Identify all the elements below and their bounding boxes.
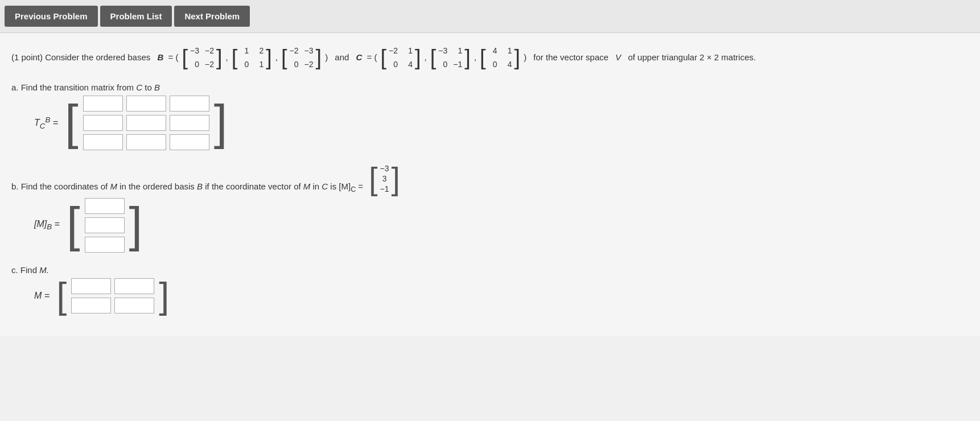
B-matrix-3-grid: −2 −3 0 −2 (287, 43, 316, 72)
tc-input-20[interactable] (83, 134, 123, 150)
m-input-11[interactable] (114, 298, 154, 313)
part-b-section: b. Find the coordinates of M in the orde… (11, 163, 969, 253)
B-matrix-2: [ 1 2 0 1 ] (232, 43, 272, 72)
bracket-left: [ (232, 47, 238, 68)
part-a-text: a. Find the transition matrix from C to … (11, 82, 160, 92)
space-desc: of upper triangular 2 × 2 matrices. (628, 51, 756, 64)
cell: −3 (304, 44, 314, 57)
given-val-0: −3 (380, 164, 389, 173)
mb-input-2[interactable] (85, 237, 125, 253)
part-b-matrix-row: [M]B = [ ] (34, 198, 969, 253)
problem-statement: (1 point) Consider the ordered bases B =… (11, 43, 969, 72)
B-label: B (157, 51, 163, 64)
cell: −3 (190, 44, 199, 57)
TBC-label: TCB = (34, 115, 58, 130)
B-matrix-3: [ −2 −3 0 −2 ] (281, 43, 322, 72)
intro-text: (1 point) Consider the ordered bases (11, 51, 150, 64)
cell: 1 (503, 44, 512, 57)
cell: −1 (453, 58, 462, 71)
transition-matrix-inputs (83, 96, 209, 150)
comma3: , (425, 51, 427, 64)
big-bracket-left-b: [ (67, 204, 80, 246)
tc-input-12[interactable] (170, 115, 209, 131)
given-bracket-left: [ (369, 165, 377, 192)
cell: 0 (438, 58, 447, 71)
and-text: and (335, 51, 349, 64)
tc-input-21[interactable] (126, 134, 166, 150)
equals-sign: = ( (166, 51, 178, 64)
bracket-left: [ (380, 47, 386, 68)
given-val-1: 3 (380, 174, 389, 183)
content-area: (1 point) Consider the ordered bases B =… (0, 33, 980, 336)
comma4: , (474, 51, 476, 64)
M-label: M = (34, 291, 50, 301)
MB-label: [M]B = (34, 219, 60, 231)
m-input-00[interactable] (71, 278, 111, 294)
cell: −3 (438, 44, 447, 57)
part-c-text: c. Find M. (11, 265, 49, 275)
tc-input-22[interactable] (170, 134, 209, 150)
B-matrix-1: [ −3 −2 0 −2 ] (182, 43, 222, 72)
MB-matrix-inputs (85, 198, 125, 253)
tc-input-02[interactable] (170, 96, 209, 112)
part-a-label: a. Find the transition matrix from C to … (11, 82, 969, 92)
part-c-label: c. Find M. (11, 265, 969, 275)
cell: 4 (503, 58, 512, 71)
cell: 0 (190, 58, 199, 71)
C-matrix-1-grid: −2 1 0 4 (386, 43, 415, 72)
part-c-section: c. Find M. M = [ ] (11, 265, 969, 313)
big-bracket-left-a: [ (65, 101, 79, 144)
bracket-right: ] (514, 47, 521, 68)
cell: −2 (290, 44, 299, 57)
cell: −2 (205, 44, 214, 57)
C-matrix-3-grid: 4 1 0 4 (486, 43, 514, 72)
bracket-right: ] (316, 47, 322, 68)
cell: 4 (403, 58, 413, 71)
bracket-right: ] (266, 47, 272, 68)
big-bracket-right-b: ] (129, 204, 143, 246)
m-input-10[interactable] (71, 298, 111, 313)
tc-input-10[interactable] (83, 115, 123, 131)
suffix-text: for the vector space (533, 51, 608, 64)
big-bracket-left-c: [ (56, 279, 67, 312)
C-label: C (356, 51, 363, 64)
mb-input-0[interactable] (85, 198, 125, 214)
mb-input-1[interactable] (85, 217, 125, 233)
tc-input-11[interactable] (126, 115, 166, 131)
comma1: , (226, 51, 228, 64)
B-matrix-2-grid: 1 2 0 1 (237, 43, 266, 72)
C-matrix-2-grid: −3 1 0 −1 (436, 43, 464, 72)
tc-input-00[interactable] (83, 96, 123, 112)
tc-input-01[interactable] (126, 96, 166, 112)
cell: 1 (403, 44, 413, 57)
C-matrix-1: [ −2 1 0 4 ] (380, 43, 421, 72)
cell: 1 (254, 58, 263, 71)
cell: 0 (488, 58, 497, 71)
cell: 4 (488, 44, 497, 57)
bracket-left: [ (430, 47, 437, 68)
given-bracket-right: ] (392, 165, 400, 192)
part-b-label: b. Find the coordinates of M in the orde… (11, 163, 969, 195)
part-a-section: a. Find the transition matrix from C to … (11, 82, 969, 150)
cell: 0 (240, 58, 249, 71)
close-paren-B: ) (325, 51, 328, 64)
cell: 0 (290, 58, 299, 71)
toolbar: Previous Problem Problem List Next Probl… (0, 0, 980, 33)
part-c-matrix-row: M = [ ] (34, 278, 969, 313)
prev-button[interactable]: Previous Problem (5, 6, 98, 27)
part-a-matrix-row: TCB = [ ] (34, 96, 969, 150)
given-vector-display: [ −3 3 −1 ] (369, 163, 400, 195)
cell: 2 (254, 44, 263, 57)
next-button[interactable]: Next Problem (174, 6, 250, 27)
cell: 1 (453, 44, 462, 57)
list-button[interactable]: Problem List (100, 6, 172, 27)
m-input-01[interactable] (114, 278, 154, 294)
cell: 0 (389, 58, 398, 71)
part-b-text: b. Find the coordinates of M in the orde… (11, 181, 363, 191)
bracket-left: [ (281, 47, 287, 68)
bracket-left: [ (182, 47, 188, 68)
cell: −2 (304, 58, 314, 71)
C-matrix-3: [ 4 1 0 4 ] (480, 43, 520, 72)
big-bracket-right-c: ] (159, 279, 169, 312)
cell: −2 (389, 44, 398, 57)
